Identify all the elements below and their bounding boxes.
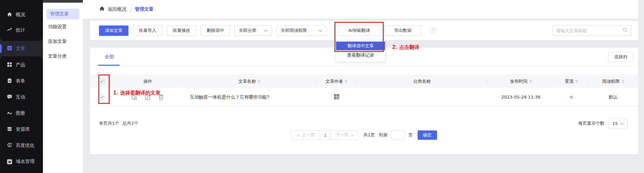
bulk-import-button[interactable]: 批量导入 [133, 25, 162, 36]
goto-page-input[interactable] [391, 130, 405, 140]
sidebar-item-domains[interactable]: w 域名管理 [0, 154, 43, 170]
primary-sidebar: 概况 统计 文章 产品 表单 互动 [0, 0, 43, 173]
sidebar-bottom-block: 产品 表单 互动 图册 资源库 百度优化 w [0, 56, 43, 173]
double-chevron-left-icon: « [297, 133, 299, 138]
submenu-item-article-categories[interactable]: 文章分类 [43, 49, 83, 64]
submenu-item-add-article[interactable]: 添加文章 [43, 34, 83, 49]
chevron-down-icon [318, 28, 322, 33]
header-author[interactable]: 文章作者 [316, 74, 357, 88]
per-page-select[interactable]: 15 [608, 118, 628, 129]
sidebar-item-statistics[interactable]: 统计 [0, 22, 43, 38]
sidebar-item-albums[interactable]: 图册 [0, 105, 43, 121]
prev-page-button[interactable]: « 上一页 [291, 130, 320, 140]
document-icon [7, 46, 12, 52]
sort-icon[interactable] [258, 79, 260, 83]
article-title[interactable]: 互动触摸一体机是什么？它有哪些功能? [182, 88, 316, 106]
sidebar-item-label: 统计 [16, 27, 25, 33]
active-tab-underline [98, 65, 120, 66]
double-chevron-right-icon: » [351, 133, 354, 138]
page-number-1[interactable]: 1 [320, 130, 330, 140]
sidebar-item-label: 资源库 [16, 126, 30, 132]
bulk-edit-button[interactable]: 批量修改 [167, 25, 196, 36]
active-indicator-bar [0, 44, 2, 53]
sidebar-item-label: 域名管理 [16, 159, 35, 165]
pagination: « 上一页 1 下一页 » 共1页 到第 页 确定 [90, 130, 638, 140]
breadcrumb-separator: / [130, 7, 131, 12]
sidebar-item-label: 表单 [16, 78, 25, 84]
article-search-box [552, 25, 631, 36]
breadcrumb-back-link[interactable]: 返回概况 [108, 6, 126, 12]
secondary-sidebar: 管理文章 功能设置 添加文章 文章分类 [43, 0, 83, 173]
submenu-item-feature-settings[interactable]: 功能设置 [43, 19, 83, 34]
breadcrumb-current: 管理文章 [135, 6, 154, 12]
tab-all[interactable]: 全部 [105, 48, 114, 66]
export-data-button[interactable]: 导出数据 [384, 25, 421, 36]
category-filter-select[interactable]: 全部分类 [234, 25, 272, 36]
sidebar-item-products[interactable]: 产品 [0, 57, 43, 73]
publish-time: 2023-05-29 11:36 [487, 88, 554, 106]
breadcrumb: 返回概况 / 管理文章 [83, 0, 638, 18]
read-permission-value: 默认 [588, 88, 638, 106]
article-category [357, 88, 487, 106]
next-page-button[interactable]: 下一页 » [330, 130, 359, 140]
chart-icon [7, 27, 12, 33]
search-input[interactable] [556, 28, 622, 33]
main-content: 返回概况 / 管理文章 添加文章 批量导入 批量修改 删除选中 全部分类 全部阅… [83, 0, 644, 173]
row-checkbox[interactable] [99, 95, 104, 100]
sort-icon[interactable] [575, 79, 578, 83]
sidebar-top-block: 概况 统计 [0, 0, 43, 41]
author-qrcode-icon[interactable] [334, 94, 339, 101]
refresh-circle-icon [7, 142, 12, 149]
sort-icon[interactable] [345, 79, 347, 83]
grid-icon [7, 62, 12, 68]
table-row: 互动触摸一体机是什么？它有哪些功能? 2023-05-29 11:36 ✕ 默认 [90, 88, 638, 106]
menu-item-view-translation-records[interactable]: 查看翻译记录 [336, 50, 385, 60]
top-dark-strip [43, 0, 83, 3]
goto-page-unit: 页 [409, 132, 413, 138]
sidebar-item-forms[interactable]: 表单 [0, 73, 43, 89]
home-icon [7, 12, 12, 18]
header-category: 分类名称 [357, 74, 487, 88]
header-read-permission[interactable]: 阅读权限 [588, 74, 638, 88]
header-checkbox-cell [90, 74, 113, 88]
sidebar-item-overview[interactable]: 概况 [0, 7, 43, 22]
submenu-item-manage-articles[interactable]: 管理文章 [47, 9, 79, 19]
header-pinned[interactable]: 置顶 [554, 74, 588, 88]
delete-selected-button[interactable]: 删除选中 [201, 25, 230, 36]
header-publish-time[interactable]: 发布时间 [487, 74, 554, 88]
menu-item-translate-selected[interactable]: 翻译选中文章 [336, 42, 385, 50]
pinned-cross-icon[interactable]: ✕ [569, 95, 573, 100]
sort-icon[interactable] [529, 79, 532, 83]
sort-icon[interactable] [622, 79, 624, 83]
annotation-step2-label: 2. 点击翻译 [392, 44, 419, 51]
sidebar-item-interaction[interactable]: 互动 [0, 89, 43, 105]
confirm-button[interactable]: 确定 [418, 130, 437, 140]
ai-translate-button[interactable]: AI智能翻译 [338, 25, 380, 36]
total-pages-label: 共1页 [363, 132, 375, 138]
per-page-label: 每页显示个数 [578, 120, 604, 126]
sidebar-item-label: 概况 [16, 12, 25, 18]
chevron-down-icon [264, 28, 268, 33]
search-icon[interactable] [622, 27, 628, 34]
header-article-title[interactable]: 文章名称 [182, 74, 316, 88]
read-permission-filter-select[interactable]: 全部阅读权限 [276, 25, 327, 36]
ai-translate-dropdown: 翻译选中文章 查看翻译记录 [336, 40, 385, 62]
table-header-row: 操作 文章名称 文章作者 分类名称 发布时间 置顶 阅读权限 [90, 74, 638, 88]
sidebar-item-resources[interactable]: 资源库 [0, 121, 43, 137]
sidebar-item-articles[interactable]: 文章 [0, 41, 43, 56]
toolbar: 添加文章 批量导入 批量修改 删除选中 全部分类 全部阅读权限 AI智能翻译 翻… [90, 21, 638, 40]
total-count: 总共1个 [122, 120, 138, 126]
database-icon [7, 126, 12, 132]
help-icon[interactable]: ? [430, 27, 436, 34]
article-management-page: 概况 统计 文章 产品 表单 互动 [0, 0, 644, 173]
select-all-checkbox[interactable] [99, 79, 104, 84]
sidebar-item-baidu-seo[interactable]: 百度优化 [0, 137, 43, 154]
sidebar-item-label: 文章 [16, 46, 25, 52]
image-icon [7, 110, 12, 116]
header-actions: 操作 [113, 74, 182, 88]
goto-page-label: 到第 [379, 132, 388, 138]
choose-columns-button[interactable]: 选择列 [608, 52, 633, 62]
clipboard-icon [7, 78, 12, 84]
chat-icon [7, 94, 12, 100]
add-article-button[interactable]: 添加文章 [99, 25, 128, 36]
